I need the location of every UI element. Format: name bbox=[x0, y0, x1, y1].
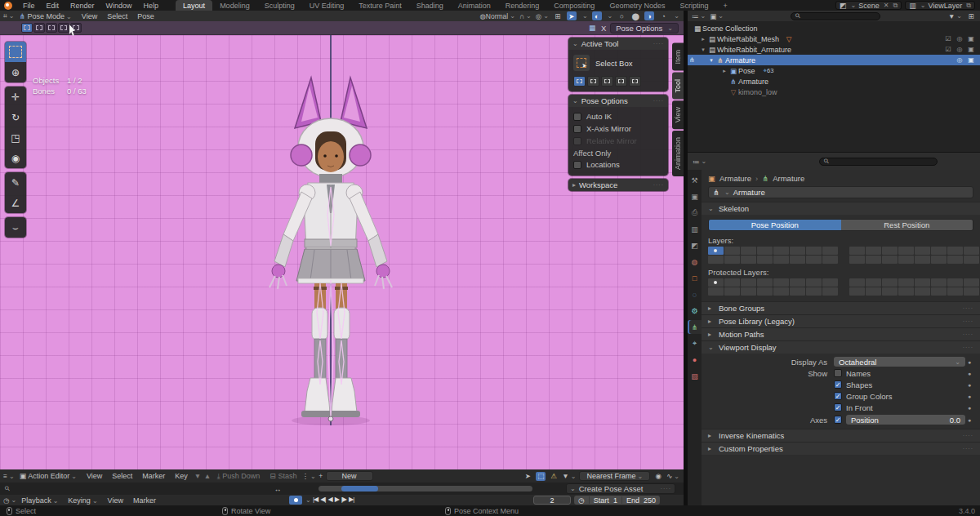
timeline-menu-view[interactable]: View bbox=[103, 496, 128, 505]
measure-tool[interactable]: ∠ bbox=[5, 193, 26, 213]
outliner-row-armature-object[interactable]: ⋔ ▾ ⋔ Armature ◎ ▣ bbox=[688, 55, 980, 65]
use-preview-range-icon[interactable]: ◷ bbox=[578, 496, 585, 505]
push-down-button[interactable]: ⤓ Push Down bbox=[212, 472, 265, 481]
layer-cell[interactable] bbox=[741, 287, 756, 296]
axes-position-slider[interactable]: Position 0.0 bbox=[846, 415, 965, 425]
layer-cell[interactable] bbox=[947, 256, 963, 264]
skeleton-section-header[interactable]: ⌄Skeleton bbox=[702, 202, 980, 215]
layer-cell[interactable] bbox=[757, 256, 773, 264]
layer-cell[interactable] bbox=[724, 247, 740, 255]
layer-cell[interactable] bbox=[708, 256, 724, 264]
animate-dot[interactable]: ● bbox=[965, 394, 973, 399]
outliner-row-scene-collection[interactable]: ▦ Scene Collection bbox=[688, 23, 980, 33]
outliner-row-whiterabbit-armature[interactable]: ▾ ▤ WhiteRabbit_Armature ☑ ◎ ▣ bbox=[688, 44, 980, 55]
menu-view[interactable]: View bbox=[77, 12, 102, 20]
scene-selector[interactable]: ◩⌄ Scene ✕ ⧉ bbox=[835, 1, 902, 10]
layer-cell[interactable] bbox=[898, 287, 914, 296]
start-frame-field[interactable]: 1 bbox=[613, 496, 617, 505]
transform-orientation-dropdown[interactable]: ◍ Normal⌄ bbox=[479, 11, 515, 20]
timeline-menu-playback[interactable]: Playback⌄ bbox=[16, 496, 63, 505]
layer-cell[interactable] bbox=[915, 256, 930, 264]
tab-texture-paint[interactable]: Texture Paint bbox=[351, 0, 409, 11]
layer-cell[interactable] bbox=[931, 256, 947, 264]
checkbox-icon[interactable] bbox=[573, 125, 581, 133]
layer-cell[interactable] bbox=[898, 247, 914, 255]
layer-cell[interactable] bbox=[866, 278, 881, 287]
rotate-tool[interactable]: ↻ bbox=[5, 107, 26, 127]
layer-cell[interactable] bbox=[866, 287, 881, 296]
disable-render-icon[interactable]: ▣ bbox=[966, 35, 976, 42]
layer-cell[interactable] bbox=[806, 287, 822, 296]
animate-dot[interactable]: ● bbox=[965, 405, 973, 411]
in-front-checkbox[interactable]: ✓ bbox=[834, 403, 842, 411]
snap-dropdown[interactable]: Nearest Frame⌄ bbox=[579, 471, 650, 481]
outliner-row-kimono-low[interactable]: ▽ kimono_low bbox=[688, 87, 980, 97]
layer-cell[interactable] bbox=[822, 256, 838, 264]
mode-invert-button[interactable] bbox=[615, 76, 627, 87]
menu-window[interactable]: Window bbox=[100, 2, 138, 10]
layer-cell[interactable] bbox=[964, 256, 979, 264]
scene-name[interactable]: Scene bbox=[858, 2, 880, 10]
menu-help[interactable]: Help bbox=[138, 2, 165, 10]
layers-grid-right[interactable] bbox=[849, 247, 979, 264]
group-colors-checkbox[interactable]: ✓ bbox=[834, 392, 842, 400]
filter-icon[interactable]: ▼⌄ bbox=[562, 472, 576, 481]
mode-selector[interactable]: ⋔ Pose Mode⌄ bbox=[15, 12, 77, 20]
properties-search-input[interactable]: ⚲ bbox=[819, 158, 938, 166]
layer-cell[interactable] bbox=[822, 247, 838, 255]
dope-menu-select[interactable]: Select bbox=[107, 472, 137, 480]
outliner-row-armature-data[interactable]: ⋔ Armature bbox=[688, 76, 980, 87]
layer-cell[interactable] bbox=[790, 287, 805, 296]
layers-grid-left[interactable] bbox=[708, 247, 838, 264]
layer-cell[interactable] bbox=[757, 287, 773, 296]
shading-dropdown-icon[interactable]: ⌄ bbox=[674, 12, 679, 20]
prev-keyframe-button[interactable]: ◀| bbox=[320, 496, 325, 503]
layer-cell[interactable] bbox=[822, 287, 838, 296]
bone-groups-section-header[interactable]: ▸Bone Groups···· bbox=[702, 301, 980, 314]
pose-breakdowner-tool[interactable]: ⌣ bbox=[5, 217, 26, 238]
create-pose-asset-panel[interactable]: ⌄ Create Pose Asset···· bbox=[566, 483, 675, 494]
tab-layout[interactable]: Layout bbox=[176, 0, 212, 11]
layer-cell[interactable] bbox=[882, 256, 898, 264]
add-workspace-button[interactable]: + bbox=[715, 0, 734, 11]
menu-edit[interactable]: Edit bbox=[41, 2, 65, 10]
layer-cell[interactable] bbox=[724, 278, 740, 287]
pose-options-panel-header[interactable]: ⌄ Pose Options···· bbox=[568, 95, 668, 107]
animate-dot[interactable]: ● bbox=[965, 382, 973, 388]
checkbox-icon[interactable] bbox=[573, 161, 581, 169]
names-checkbox[interactable] bbox=[834, 369, 842, 377]
mode-extend-button[interactable] bbox=[587, 76, 599, 87]
breadcrumb-object[interactable]: Armature bbox=[719, 174, 751, 183]
tab-sculpting[interactable]: Sculpting bbox=[257, 0, 302, 11]
fit-range-icon[interactable]: ↔ bbox=[273, 484, 283, 493]
tab-constraint-properties[interactable]: ⚙ bbox=[688, 304, 702, 318]
shapes-checkbox[interactable]: ✓ bbox=[834, 380, 842, 389]
disable-render-icon[interactable]: ▣ bbox=[966, 46, 976, 53]
tab-world-properties[interactable]: ◍ bbox=[688, 255, 702, 269]
dope-menu-key[interactable]: Key bbox=[170, 472, 193, 480]
move-tool[interactable]: ✛ bbox=[5, 87, 26, 107]
shading-wireframe-icon[interactable]: ○ bbox=[617, 11, 626, 20]
grid-toggle-icon[interactable]: ▦ bbox=[587, 24, 597, 33]
layer-cell[interactable] bbox=[741, 256, 756, 264]
transform-tool[interactable]: ◉ bbox=[5, 148, 26, 168]
only-selected-icon[interactable]: ➤ bbox=[523, 472, 532, 481]
tab-viewlayer-properties[interactable]: ▥ bbox=[688, 222, 702, 236]
sidebar-tab-tool[interactable]: Tool bbox=[672, 73, 684, 100]
cursor-tool[interactable]: ⊕ bbox=[5, 62, 26, 82]
layer-cell[interactable] bbox=[882, 247, 898, 255]
pose-position-button[interactable]: Pose Position bbox=[709, 220, 841, 230]
sidebar-tab-animation[interactable]: Animation bbox=[672, 131, 684, 176]
tab-tool-properties[interactable]: ⚒ bbox=[688, 173, 702, 187]
tab-uv-editing[interactable]: UV Editing bbox=[302, 0, 352, 11]
new-action-button[interactable]: New bbox=[326, 471, 373, 481]
tab-scripting[interactable]: Scripting bbox=[672, 0, 715, 11]
expand-icon[interactable]: ▸ bbox=[699, 36, 707, 42]
layer-cell[interactable] bbox=[849, 287, 865, 296]
properties-editor-icon[interactable]: ≔⌄ bbox=[693, 157, 706, 166]
layer-cell[interactable] bbox=[849, 278, 865, 287]
next-keyframe-button[interactable]: |▶ bbox=[341, 496, 346, 503]
auto-keying-button[interactable]: ⌄ bbox=[289, 496, 311, 505]
tab-rendering[interactable]: Rendering bbox=[498, 0, 547, 11]
play-button[interactable]: ▶ bbox=[335, 496, 339, 503]
